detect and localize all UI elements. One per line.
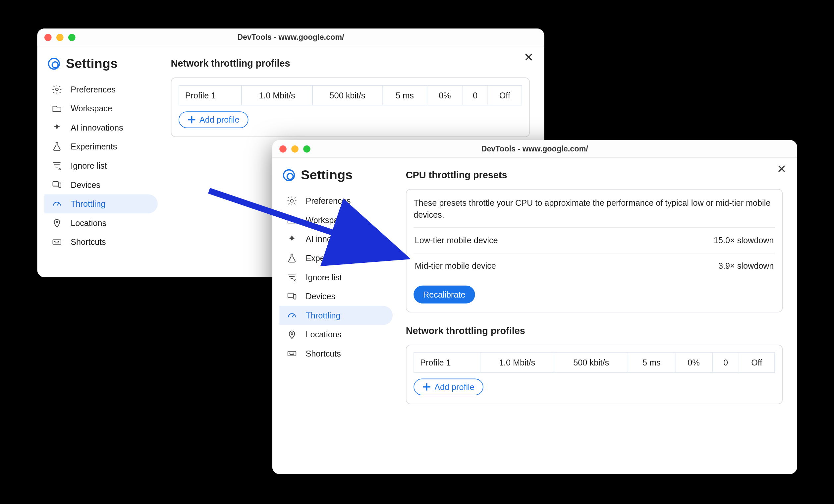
table-row[interactable]: Profile 1 1.0 Mbit/s 500 kbit/s 5 ms 0% … xyxy=(414,352,775,372)
sidebar-item-shortcuts[interactable]: Shortcuts xyxy=(279,344,393,363)
profile-reorder-cell: Off xyxy=(487,85,522,105)
sidebar-item-label: Throttling xyxy=(306,310,340,320)
settings-sidebar: Settings Preferences Workspace AI innova… xyxy=(272,158,397,474)
gauge-icon xyxy=(51,198,62,209)
sidebar-item-label: Workspace xyxy=(306,215,347,225)
sidebar-item-locations[interactable]: Locations xyxy=(44,213,158,233)
sidebar-item-label: Devices xyxy=(306,291,335,301)
titlebar[interactable]: DevTools - www.google.com/ xyxy=(272,140,797,158)
sidebar-item-label: AI innovations xyxy=(306,234,358,244)
sidebar-item-ai-innovations[interactable]: AI innovations xyxy=(279,229,393,248)
sidebar-item-workspace[interactable]: Workspace xyxy=(279,211,393,229)
profile-upload-cell: 500 kbit/s xyxy=(312,85,382,105)
svg-point-0 xyxy=(55,88,58,90)
close-settings-button[interactable] xyxy=(524,52,533,64)
throttling-profiles-table: Profile 1 1.0 Mbit/s 500 kbit/s 5 ms 0% … xyxy=(414,352,775,372)
close-icon[interactable] xyxy=(44,34,52,41)
section-title-network-throttling: Network throttling profiles xyxy=(405,325,783,336)
svg-rect-9 xyxy=(288,351,295,356)
profile-queue-cell: 0 xyxy=(463,85,487,105)
sidebar-item-preferences[interactable]: Preferences xyxy=(44,80,158,99)
location-pin-icon xyxy=(286,329,297,339)
profile-latency-cell: 5 ms xyxy=(382,85,427,105)
sidebar-item-devices[interactable]: Devices xyxy=(279,287,393,306)
minimize-icon[interactable] xyxy=(291,145,299,152)
sidebar-item-label: Shortcuts xyxy=(71,237,106,247)
profile-upload-cell: 500 kbit/s xyxy=(554,352,628,372)
recalibrate-button[interactable]: Recalibrate xyxy=(414,285,475,303)
filter-x-icon xyxy=(286,272,297,282)
devices-icon xyxy=(286,291,297,302)
close-icon[interactable] xyxy=(279,145,287,152)
profile-download-cell: 1.0 Mbit/s xyxy=(242,85,312,105)
profile-loss-cell: 0% xyxy=(427,85,463,105)
zoom-icon[interactable] xyxy=(68,34,75,41)
profile-latency-cell: 5 ms xyxy=(628,352,675,372)
sidebar-item-label: Ignore list xyxy=(306,272,342,282)
add-profile-label: Add profile xyxy=(199,115,239,125)
settings-title: Settings xyxy=(301,167,353,183)
network-throttling-card: Profile 1 1.0 Mbit/s 500 kbit/s 5 ms 0% … xyxy=(405,344,783,404)
sidebar-item-devices[interactable]: Devices xyxy=(44,175,158,194)
gear-icon xyxy=(51,84,62,94)
sidebar-item-workspace[interactable]: Workspace xyxy=(44,99,158,118)
profile-name-cell: Profile 1 xyxy=(414,352,480,372)
add-profile-button[interactable]: Add profile xyxy=(179,111,248,128)
profile-queue-cell: 0 xyxy=(712,352,739,372)
sidebar-item-label: Ignore list xyxy=(71,161,107,170)
titlebar[interactable]: DevTools - www.google.com/ xyxy=(37,28,544,46)
svg-rect-2 xyxy=(59,183,61,188)
devtools-logo-icon xyxy=(48,58,60,70)
profile-name-cell: Profile 1 xyxy=(179,85,241,105)
sidebar-item-ignore-list[interactable]: Ignore list xyxy=(44,156,158,175)
network-throttling-card: Profile 1 1.0 Mbit/s 500 kbit/s 5 ms 0% … xyxy=(171,77,530,137)
preset-label: Low-tier mobile device xyxy=(415,235,498,244)
sidebar-item-label: Shortcuts xyxy=(306,349,341,358)
window-title: DevTools - www.google.com/ xyxy=(37,32,544,41)
sidebar-item-label: Throttling xyxy=(71,199,105,209)
sidebar-item-label: Devices xyxy=(71,180,101,190)
sidebar-item-label: Experiments xyxy=(71,142,117,151)
settings-content: CPU throttling presets These presets thr… xyxy=(397,158,797,474)
cpu-throttling-card: These presets throttle your CPU to appro… xyxy=(405,189,783,312)
sidebar-item-experiments[interactable]: Experiments xyxy=(279,248,393,268)
section-title-cpu-throttling: CPU throttling presets xyxy=(405,170,783,180)
gauge-icon xyxy=(286,310,297,321)
add-profile-button[interactable]: Add profile xyxy=(414,378,483,395)
sidebar-item-locations[interactable]: Locations xyxy=(279,325,393,344)
close-settings-button[interactable] xyxy=(777,164,786,176)
sidebar-item-experiments[interactable]: Experiments xyxy=(44,137,158,156)
settings-sidebar: Settings Preferences Workspace AI innova… xyxy=(37,46,162,277)
sidebar-item-label: Locations xyxy=(71,218,106,228)
sidebar-item-ai-innovations[interactable]: AI innovations xyxy=(44,118,158,137)
sidebar-item-shortcuts[interactable]: Shortcuts xyxy=(44,232,158,251)
sidebar-item-label: AI innovations xyxy=(71,123,123,132)
filter-x-icon xyxy=(51,160,62,171)
zoom-icon[interactable] xyxy=(303,145,310,152)
plus-icon xyxy=(188,115,196,124)
settings-header: Settings xyxy=(279,164,397,191)
profile-download-cell: 1.0 Mbit/s xyxy=(480,352,554,372)
devtools-logo-icon xyxy=(283,169,295,181)
sidebar-item-throttling[interactable]: Throttling xyxy=(279,306,393,325)
sparkle-icon xyxy=(51,122,62,133)
keyboard-icon xyxy=(51,237,62,247)
plus-icon xyxy=(422,382,431,391)
table-row[interactable]: Profile 1 1.0 Mbit/s 500 kbit/s 5 ms 0% … xyxy=(179,85,522,105)
svg-rect-7 xyxy=(293,294,296,299)
svg-point-5 xyxy=(290,199,293,202)
devices-icon xyxy=(51,179,62,190)
sparkle-icon xyxy=(286,234,297,244)
sidebar-item-preferences[interactable]: Preferences xyxy=(279,191,393,211)
settings-header: Settings xyxy=(44,52,162,80)
profile-reorder-cell: Off xyxy=(739,352,775,372)
traffic-lights[interactable] xyxy=(44,34,75,41)
minimize-icon[interactable] xyxy=(56,34,64,41)
sidebar-item-ignore-list[interactable]: Ignore list xyxy=(279,267,393,287)
svg-point-8 xyxy=(291,333,292,334)
traffic-lights[interactable] xyxy=(279,145,310,152)
svg-rect-6 xyxy=(288,293,293,298)
svg-rect-1 xyxy=(53,181,58,186)
preset-label: Mid-tier mobile device xyxy=(415,261,496,270)
sidebar-item-throttling[interactable]: Throttling xyxy=(44,194,158,213)
